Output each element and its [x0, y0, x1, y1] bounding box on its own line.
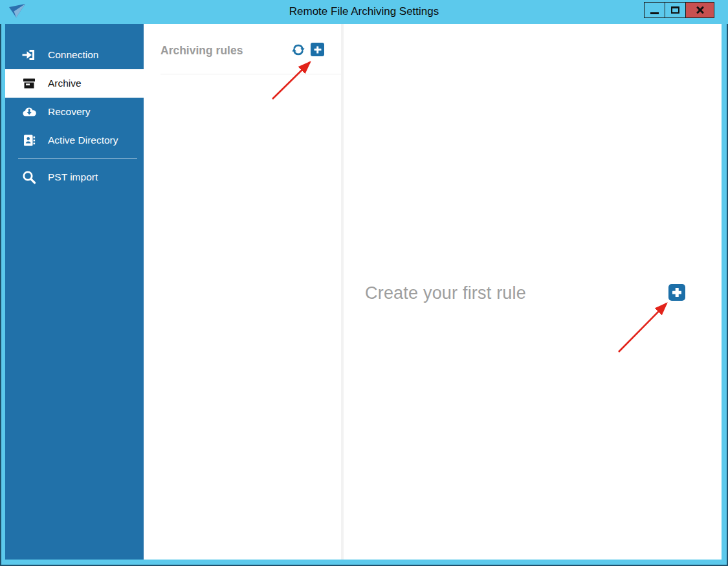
add-rule-button-big[interactable]: [668, 284, 685, 301]
window-border-left: [0, 24, 1, 566]
sidebar-item-label: Archive: [48, 78, 82, 89]
sidebar-item-label: PST import: [48, 171, 98, 183]
sidebar-item-label: Active Directory: [48, 135, 118, 146]
login-icon: [21, 47, 37, 63]
address-book-icon: [21, 133, 37, 148]
sidebar: Connection Archive Recovery: [5, 24, 144, 560]
sidebar-item-recovery[interactable]: Recovery: [5, 98, 144, 126]
window-title: Remote File Archiving Settings: [0, 0, 728, 24]
sidebar-item-label: Recovery: [48, 106, 90, 118]
minimize-button[interactable]: [644, 2, 665, 18]
close-button[interactable]: [685, 2, 714, 18]
rule-detail-panel: Create your first rule: [344, 24, 722, 560]
sidebar-item-archive[interactable]: Archive: [5, 69, 144, 98]
archive-box-icon: [21, 76, 37, 91]
search-icon: [21, 169, 37, 185]
sidebar-item-active-directory[interactable]: Active Directory: [5, 126, 144, 155]
sidebar-item-pst-import[interactable]: PST import: [5, 163, 144, 191]
close-icon: [695, 5, 705, 16]
sidebar-item-connection[interactable]: Connection: [5, 41, 144, 69]
minimize-icon: [650, 12, 659, 14]
sidebar-divider: [18, 158, 137, 159]
window-content: Connection Archive Recovery: [5, 24, 722, 560]
sidebar-item-label: Connection: [48, 49, 98, 61]
titlebar: Remote File Archiving Settings: [0, 0, 728, 24]
archiving-rules-panel: Archiving rules: [144, 24, 341, 560]
refresh-rules-button[interactable]: [291, 43, 305, 57]
archiving-rules-title: Archiving rules: [160, 44, 243, 58]
refresh-icon: [291, 43, 305, 57]
empty-state-text: Create your first rule: [365, 283, 526, 303]
add-rule-button-small[interactable]: [311, 43, 324, 56]
remote-file-archiving-settings-window: { "window": { "title": "Remote File Arch…: [0, 0, 728, 566]
maximize-icon: [671, 6, 679, 14]
maximize-button[interactable]: [665, 2, 686, 18]
window-controls: [644, 2, 714, 18]
rules-header-divider: [160, 74, 341, 74]
cloud-download-icon: [21, 104, 37, 120]
